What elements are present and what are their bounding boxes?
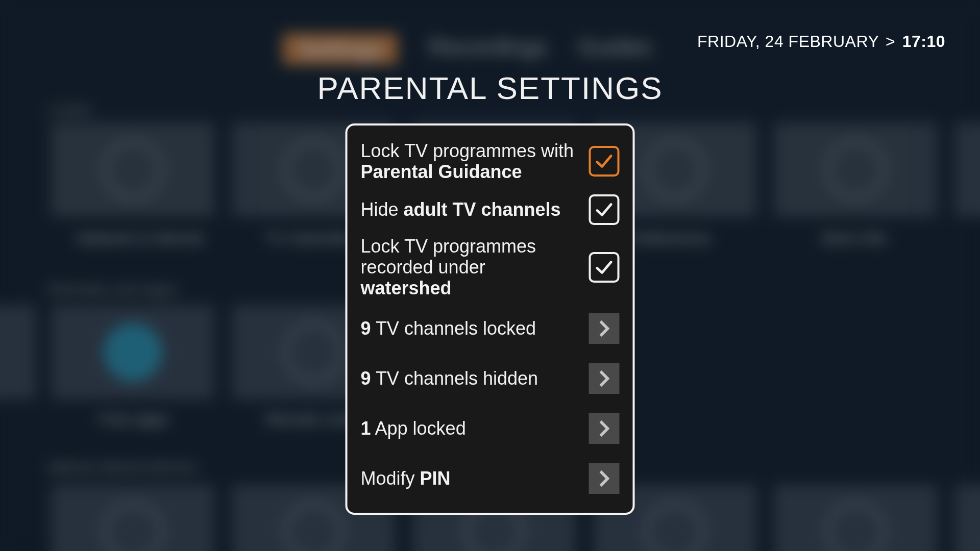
label-prefix: Lock TV programmes with (361, 140, 574, 161)
link-label: 1 App locked (361, 418, 466, 439)
chevron-button[interactable] (589, 463, 620, 494)
link-app-locked[interactable]: 1 App locked (361, 404, 620, 454)
label-prefix: Modify (361, 468, 420, 489)
checkbox-parental-guidance[interactable] (589, 146, 620, 177)
chevron-right-icon (599, 470, 610, 487)
option-label: Lock TV programmes with Parental Guidanc… (361, 140, 580, 183)
label-suffix: TV channels hidden (371, 368, 538, 389)
datetime-separator: > (886, 32, 895, 51)
chevron-button[interactable] (589, 313, 620, 344)
chevron-button[interactable] (589, 363, 620, 394)
count: 9 (361, 318, 371, 339)
label-suffix: TV channels locked (371, 318, 536, 339)
chevron-button[interactable] (589, 413, 620, 444)
link-channels-locked[interactable]: 9 TV channels locked (361, 304, 620, 354)
settings-panel: Lock TV programmes with Parental Guidanc… (346, 123, 635, 515)
option-parental-guidance[interactable]: Lock TV programmes with Parental Guidanc… (361, 135, 620, 188)
page-title: PARENTAL SETTINGS (317, 70, 663, 106)
label-bold: Parental Guidance (361, 161, 522, 182)
checkmark-icon (594, 151, 615, 171)
label-bold: adult TV channels (404, 199, 561, 220)
label-bold: watershed (361, 278, 452, 298)
link-label: 9 TV channels hidden (361, 368, 538, 389)
label-prefix: Hide (361, 199, 404, 220)
count: 1 (361, 418, 371, 439)
count: 9 (361, 368, 371, 389)
option-hide-adult[interactable]: Hide adult TV channels (361, 188, 620, 231)
option-label: Lock TV programmes recorded under waters… (361, 236, 580, 299)
chevron-right-icon (599, 320, 610, 337)
checkbox-hide-adult[interactable] (589, 194, 620, 225)
date-text: FRIDAY, 24 FEBRUARY (697, 32, 879, 51)
checkmark-icon (594, 257, 615, 278)
chevron-right-icon (599, 420, 610, 437)
option-watershed[interactable]: Lock TV programmes recorded under waters… (361, 231, 620, 304)
datetime: FRIDAY, 24 FEBRUARY > 17:10 (697, 32, 945, 51)
label-bold: PIN (420, 468, 451, 489)
checkbox-watershed[interactable] (589, 252, 620, 283)
label-prefix: Lock TV programmes recorded under (361, 236, 536, 278)
link-modify-pin[interactable]: Modify PIN (361, 454, 620, 504)
link-label: 9 TV channels locked (361, 318, 536, 339)
link-channels-hidden[interactable]: 9 TV channels hidden (361, 354, 620, 404)
time-text: 17:10 (902, 32, 945, 51)
link-label: Modify PIN (361, 468, 451, 489)
option-label: Hide adult TV channels (361, 199, 561, 220)
chevron-right-icon (599, 370, 610, 387)
label-suffix: App locked (371, 418, 466, 439)
checkmark-icon (594, 199, 615, 220)
